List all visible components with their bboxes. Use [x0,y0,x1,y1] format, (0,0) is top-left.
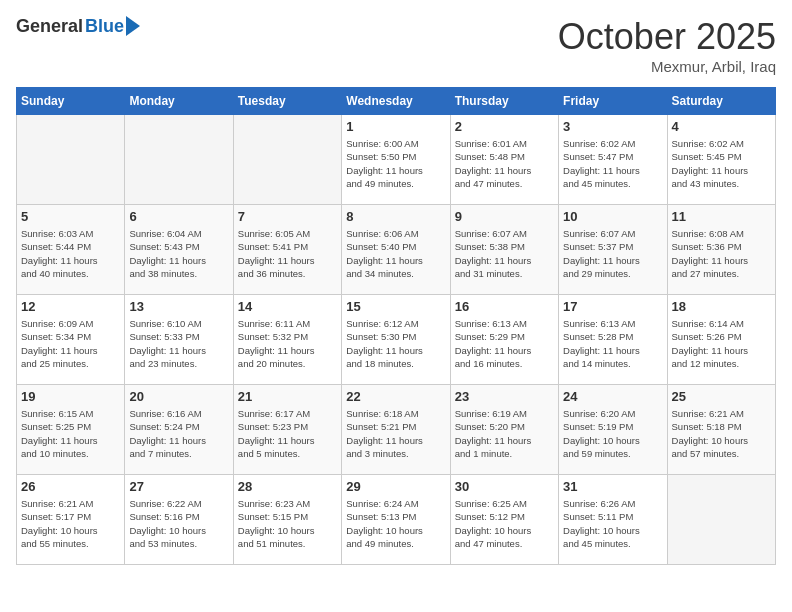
day-number: 12 [21,299,120,314]
day-info: Sunrise: 6:01 AM Sunset: 5:48 PM Dayligh… [455,137,554,190]
calendar-week-row: 1Sunrise: 6:00 AM Sunset: 5:50 PM Daylig… [17,115,776,205]
day-info: Sunrise: 6:11 AM Sunset: 5:32 PM Dayligh… [238,317,337,370]
calendar-cell [233,115,341,205]
day-number: 24 [563,389,662,404]
day-info: Sunrise: 6:20 AM Sunset: 5:19 PM Dayligh… [563,407,662,460]
day-info: Sunrise: 6:06 AM Sunset: 5:40 PM Dayligh… [346,227,445,280]
calendar-cell [125,115,233,205]
calendar-cell: 26Sunrise: 6:21 AM Sunset: 5:17 PM Dayli… [17,475,125,565]
calendar-cell: 7Sunrise: 6:05 AM Sunset: 5:41 PM Daylig… [233,205,341,295]
title-block: October 2025 Mexmur, Arbil, Iraq [558,16,776,75]
calendar-cell: 31Sunrise: 6:26 AM Sunset: 5:11 PM Dayli… [559,475,667,565]
day-number: 28 [238,479,337,494]
location: Mexmur, Arbil, Iraq [558,58,776,75]
day-header-saturday: Saturday [667,88,775,115]
day-header-friday: Friday [559,88,667,115]
calendar-cell: 17Sunrise: 6:13 AM Sunset: 5:28 PM Dayli… [559,295,667,385]
calendar-cell: 4Sunrise: 6:02 AM Sunset: 5:45 PM Daylig… [667,115,775,205]
page-header: General Blue October 2025 Mexmur, Arbil,… [16,16,776,75]
calendar-cell: 21Sunrise: 6:17 AM Sunset: 5:23 PM Dayli… [233,385,341,475]
calendar-week-row: 26Sunrise: 6:21 AM Sunset: 5:17 PM Dayli… [17,475,776,565]
day-info: Sunrise: 6:02 AM Sunset: 5:45 PM Dayligh… [672,137,771,190]
calendar-table: SundayMondayTuesdayWednesdayThursdayFrid… [16,87,776,565]
day-number: 11 [672,209,771,224]
month-title: October 2025 [558,16,776,58]
logo-blue-text: Blue [85,16,124,37]
day-number: 9 [455,209,554,224]
day-info: Sunrise: 6:12 AM Sunset: 5:30 PM Dayligh… [346,317,445,370]
calendar-cell: 13Sunrise: 6:10 AM Sunset: 5:33 PM Dayli… [125,295,233,385]
day-number: 19 [21,389,120,404]
day-number: 5 [21,209,120,224]
calendar-week-row: 5Sunrise: 6:03 AM Sunset: 5:44 PM Daylig… [17,205,776,295]
day-info: Sunrise: 6:21 AM Sunset: 5:17 PM Dayligh… [21,497,120,550]
calendar-cell: 9Sunrise: 6:07 AM Sunset: 5:38 PM Daylig… [450,205,558,295]
calendar-cell: 20Sunrise: 6:16 AM Sunset: 5:24 PM Dayli… [125,385,233,475]
day-number: 30 [455,479,554,494]
logo-general-text: General [16,16,83,37]
day-info: Sunrise: 6:08 AM Sunset: 5:36 PM Dayligh… [672,227,771,280]
calendar-cell: 18Sunrise: 6:14 AM Sunset: 5:26 PM Dayli… [667,295,775,385]
day-number: 25 [672,389,771,404]
day-number: 10 [563,209,662,224]
calendar-cell: 28Sunrise: 6:23 AM Sunset: 5:15 PM Dayli… [233,475,341,565]
day-info: Sunrise: 6:10 AM Sunset: 5:33 PM Dayligh… [129,317,228,370]
calendar-cell: 19Sunrise: 6:15 AM Sunset: 5:25 PM Dayli… [17,385,125,475]
day-info: Sunrise: 6:02 AM Sunset: 5:47 PM Dayligh… [563,137,662,190]
day-number: 14 [238,299,337,314]
calendar-cell: 30Sunrise: 6:25 AM Sunset: 5:12 PM Dayli… [450,475,558,565]
logo: General Blue [16,16,140,37]
day-info: Sunrise: 6:03 AM Sunset: 5:44 PM Dayligh… [21,227,120,280]
day-header-monday: Monday [125,88,233,115]
calendar-cell: 15Sunrise: 6:12 AM Sunset: 5:30 PM Dayli… [342,295,450,385]
day-number: 1 [346,119,445,134]
day-number: 18 [672,299,771,314]
day-info: Sunrise: 6:00 AM Sunset: 5:50 PM Dayligh… [346,137,445,190]
day-number: 29 [346,479,445,494]
calendar-cell: 2Sunrise: 6:01 AM Sunset: 5:48 PM Daylig… [450,115,558,205]
day-header-sunday: Sunday [17,88,125,115]
day-number: 23 [455,389,554,404]
calendar-cell: 25Sunrise: 6:21 AM Sunset: 5:18 PM Dayli… [667,385,775,475]
day-info: Sunrise: 6:21 AM Sunset: 5:18 PM Dayligh… [672,407,771,460]
day-number: 31 [563,479,662,494]
day-number: 3 [563,119,662,134]
calendar-week-row: 12Sunrise: 6:09 AM Sunset: 5:34 PM Dayli… [17,295,776,385]
calendar-cell: 12Sunrise: 6:09 AM Sunset: 5:34 PM Dayli… [17,295,125,385]
day-number: 27 [129,479,228,494]
day-number: 4 [672,119,771,134]
calendar-cell [667,475,775,565]
calendar-cell: 8Sunrise: 6:06 AM Sunset: 5:40 PM Daylig… [342,205,450,295]
day-number: 15 [346,299,445,314]
calendar-cell: 10Sunrise: 6:07 AM Sunset: 5:37 PM Dayli… [559,205,667,295]
day-number: 2 [455,119,554,134]
day-info: Sunrise: 6:09 AM Sunset: 5:34 PM Dayligh… [21,317,120,370]
day-info: Sunrise: 6:04 AM Sunset: 5:43 PM Dayligh… [129,227,228,280]
day-number: 22 [346,389,445,404]
day-info: Sunrise: 6:05 AM Sunset: 5:41 PM Dayligh… [238,227,337,280]
day-info: Sunrise: 6:25 AM Sunset: 5:12 PM Dayligh… [455,497,554,550]
calendar-cell: 1Sunrise: 6:00 AM Sunset: 5:50 PM Daylig… [342,115,450,205]
day-number: 26 [21,479,120,494]
day-info: Sunrise: 6:14 AM Sunset: 5:26 PM Dayligh… [672,317,771,370]
day-number: 17 [563,299,662,314]
calendar-cell: 6Sunrise: 6:04 AM Sunset: 5:43 PM Daylig… [125,205,233,295]
day-number: 21 [238,389,337,404]
day-header-wednesday: Wednesday [342,88,450,115]
calendar-cell: 14Sunrise: 6:11 AM Sunset: 5:32 PM Dayli… [233,295,341,385]
day-header-thursday: Thursday [450,88,558,115]
day-number: 20 [129,389,228,404]
day-info: Sunrise: 6:18 AM Sunset: 5:21 PM Dayligh… [346,407,445,460]
calendar-week-row: 19Sunrise: 6:15 AM Sunset: 5:25 PM Dayli… [17,385,776,475]
day-info: Sunrise: 6:15 AM Sunset: 5:25 PM Dayligh… [21,407,120,460]
day-info: Sunrise: 6:17 AM Sunset: 5:23 PM Dayligh… [238,407,337,460]
day-number: 16 [455,299,554,314]
calendar-cell: 22Sunrise: 6:18 AM Sunset: 5:21 PM Dayli… [342,385,450,475]
day-info: Sunrise: 6:24 AM Sunset: 5:13 PM Dayligh… [346,497,445,550]
day-info: Sunrise: 6:22 AM Sunset: 5:16 PM Dayligh… [129,497,228,550]
calendar-cell: 24Sunrise: 6:20 AM Sunset: 5:19 PM Dayli… [559,385,667,475]
day-number: 6 [129,209,228,224]
day-info: Sunrise: 6:16 AM Sunset: 5:24 PM Dayligh… [129,407,228,460]
calendar-cell: 16Sunrise: 6:13 AM Sunset: 5:29 PM Dayli… [450,295,558,385]
calendar-cell: 27Sunrise: 6:22 AM Sunset: 5:16 PM Dayli… [125,475,233,565]
